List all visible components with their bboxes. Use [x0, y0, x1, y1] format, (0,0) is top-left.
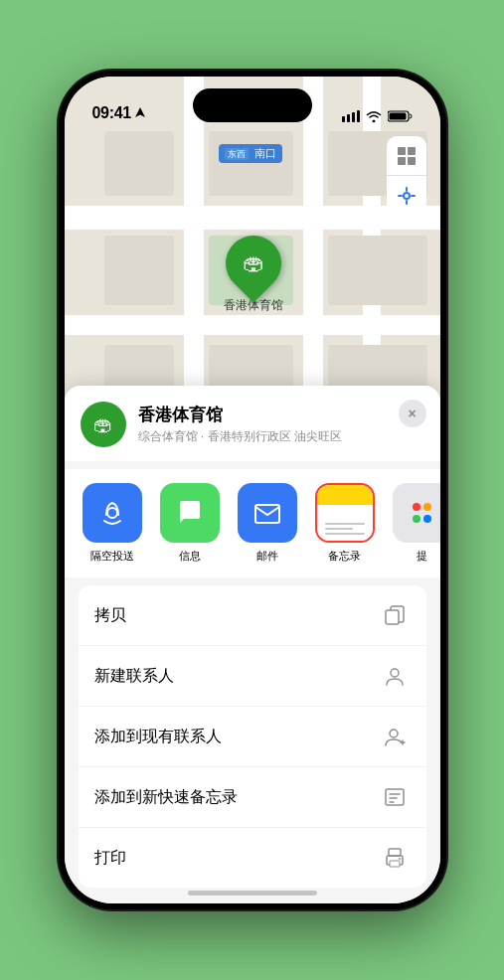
add-existing-icon-wrap — [379, 721, 411, 752]
svg-rect-3 — [357, 110, 360, 122]
quick-note-icon — [384, 786, 406, 808]
print-icon — [384, 847, 406, 869]
svg-rect-1 — [347, 114, 350, 122]
bottom-sheet: 🏟 香港体育馆 综合体育馆 · 香港特别行政区 油尖旺区 × — [65, 386, 440, 903]
close-button[interactable]: × — [399, 400, 426, 427]
svg-point-19 — [391, 669, 399, 677]
location-button[interactable] — [387, 176, 426, 216]
map-block1 — [104, 131, 174, 196]
action-list: 拷贝 新建联系人 — [79, 585, 426, 888]
phone-frame: 09:41 — [59, 71, 446, 909]
place-header: 🏟 香港体育馆 综合体育馆 · 香港特别行政区 油尖旺区 × — [65, 386, 440, 461]
status-icons — [342, 110, 413, 122]
message-label: 信息 — [179, 549, 201, 564]
map-label: 东西 南口 — [219, 144, 282, 163]
more-dots2 — [413, 515, 431, 523]
share-mail[interactable]: 邮件 — [236, 483, 299, 564]
place-description: 综合体育馆 · 香港特别行政区 油尖旺区 — [138, 428, 424, 445]
action-add-quick-note[interactable]: 添加到新快速备忘录 — [79, 767, 426, 828]
share-airdrop[interactable]: 隔空投送 — [81, 483, 144, 564]
action-add-existing[interactable]: 添加到现有联系人 — [79, 707, 426, 767]
map-block3 — [104, 236, 174, 305]
svg-rect-23 — [386, 789, 404, 805]
notes-icon-wrap — [315, 483, 375, 543]
map-block2 — [209, 131, 293, 196]
svg-rect-7 — [408, 147, 416, 155]
home-indicator — [188, 891, 317, 896]
action-new-contact-label: 新建联系人 — [94, 666, 174, 687]
share-row: 隔空投送 信息 — [65, 469, 440, 577]
copy-icon — [384, 604, 406, 626]
dynamic-island — [193, 88, 312, 122]
svg-rect-5 — [389, 113, 406, 120]
notes-icon-inner — [317, 485, 373, 541]
more-label: 提 — [417, 549, 427, 564]
notes-line3 — [325, 533, 365, 535]
road-h1 — [65, 206, 440, 230]
svg-rect-9 — [408, 157, 416, 165]
quick-note-icon-wrap — [379, 781, 411, 813]
share-message[interactable]: 信息 — [158, 483, 222, 564]
message-icon-wrap — [160, 483, 220, 543]
svg-rect-29 — [390, 861, 400, 867]
action-copy-label: 拷贝 — [94, 605, 126, 626]
svg-rect-6 — [398, 147, 406, 155]
mail-label: 邮件 — [256, 549, 278, 564]
copy-icon-wrap — [379, 599, 411, 631]
svg-point-15 — [107, 508, 117, 518]
svg-point-10 — [404, 193, 410, 199]
place-name: 香港体育馆 — [138, 404, 424, 426]
airdrop-icon — [96, 497, 128, 529]
action-add-existing-label: 添加到现有联系人 — [94, 727, 222, 747]
dot-blue — [423, 515, 431, 523]
stadium-marker: 🏟 香港体育馆 — [224, 236, 283, 314]
dot-green — [413, 515, 420, 523]
airdrop-icon-wrap — [83, 483, 142, 543]
mail-icon-wrap — [238, 483, 297, 543]
message-icon — [174, 497, 206, 529]
road-h2 — [65, 315, 440, 335]
airdrop-label: 隔空投送 — [90, 549, 134, 564]
map-block4 — [328, 236, 427, 305]
more-icon-wrap — [393, 483, 440, 543]
stadium-icon: 🏟 — [243, 250, 264, 276]
svg-point-30 — [399, 858, 401, 860]
battery-icon — [388, 110, 413, 122]
svg-rect-18 — [386, 610, 399, 624]
action-print-label: 打印 — [94, 848, 126, 869]
new-contact-icon-wrap — [379, 660, 411, 692]
svg-rect-0 — [342, 116, 345, 122]
wifi-icon — [366, 110, 382, 122]
signal-icon — [342, 110, 360, 122]
map-type-icon — [396, 145, 418, 167]
share-more[interactable]: 提 — [391, 483, 440, 564]
share-notes[interactable]: 备忘录 — [313, 483, 377, 564]
location-arrow-icon — [135, 107, 145, 119]
notes-label: 备忘录 — [328, 549, 361, 564]
action-copy[interactable]: 拷贝 — [79, 585, 426, 646]
add-contact-icon — [384, 726, 406, 747]
new-contact-icon — [384, 665, 406, 687]
svg-rect-27 — [389, 849, 401, 856]
phone-screen: 09:41 — [65, 77, 440, 903]
notes-line2 — [325, 528, 353, 530]
action-add-quick-note-label: 添加到新快速备忘录 — [94, 787, 238, 808]
print-icon-wrap — [379, 842, 411, 874]
dot-red — [413, 503, 420, 511]
map-controls — [387, 136, 426, 216]
map-type-button[interactable] — [387, 136, 426, 176]
notes-line1 — [325, 523, 365, 525]
dot-orange — [423, 503, 431, 511]
place-icon: 🏟 — [81, 402, 126, 447]
location-icon — [397, 186, 417, 206]
marker-pin: 🏟 — [214, 224, 292, 302]
svg-rect-2 — [352, 112, 355, 122]
action-new-contact[interactable]: 新建联系人 — [79, 646, 426, 707]
status-time: 09:41 — [92, 104, 131, 122]
svg-point-20 — [390, 730, 398, 737]
place-info: 香港体育馆 综合体育馆 · 香港特别行政区 油尖旺区 — [138, 404, 424, 445]
mail-icon — [252, 497, 283, 529]
action-print[interactable]: 打印 — [79, 828, 426, 888]
svg-rect-8 — [398, 157, 406, 165]
more-dots — [413, 503, 431, 511]
